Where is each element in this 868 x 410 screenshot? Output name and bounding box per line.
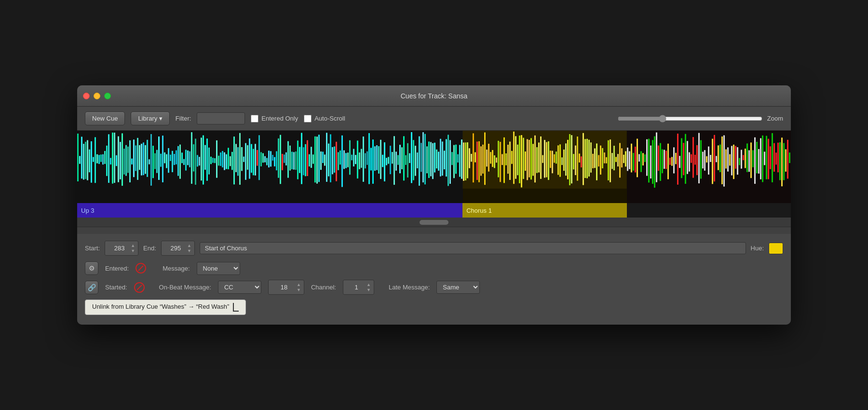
started-label: Started: bbox=[105, 284, 127, 291]
end-down-arrow[interactable]: ▼ bbox=[187, 248, 191, 253]
entered-only-label: Entered Only bbox=[261, 115, 298, 122]
main-window: Cues for Track: Sansa New Cue Library ▾ … bbox=[77, 85, 791, 325]
waveform-scrollbar[interactable] bbox=[77, 218, 791, 227]
tooltip-text: Unlink from Library Cue “Washes” → “Red … bbox=[92, 303, 229, 310]
minimize-button[interactable] bbox=[94, 93, 100, 99]
start-label: Start: bbox=[85, 245, 100, 252]
start-value: 283 bbox=[108, 245, 131, 252]
zoom-group: Zoom bbox=[618, 115, 783, 123]
end-spinbox[interactable]: 295 ▲ ▼ bbox=[161, 241, 195, 256]
auto-scroll-label: Auto-Scroll bbox=[314, 115, 345, 122]
end-value: 295 bbox=[164, 245, 187, 252]
close-button[interactable] bbox=[83, 93, 90, 99]
channel-value: 1 bbox=[346, 284, 366, 291]
details-panel: Start: 283 ▲ ▼ End: 295 ▲ ▼ Hue: bbox=[77, 234, 791, 325]
cue-up3[interactable]: Up 3 bbox=[77, 203, 462, 218]
cc-up-arrow[interactable]: ▲ bbox=[297, 282, 301, 287]
entered-only-group: Entered Only bbox=[251, 115, 298, 123]
filter-label: Filter: bbox=[176, 115, 191, 122]
start-up-arrow[interactable]: ▲ bbox=[131, 243, 135, 248]
scrollbar-thumb[interactable] bbox=[420, 220, 448, 225]
entered-label: Entered: bbox=[105, 265, 129, 272]
late-message-label: Late Message: bbox=[389, 284, 430, 291]
message-label: Message: bbox=[163, 265, 190, 272]
auto-scroll-group: Auto-Scroll bbox=[304, 115, 345, 123]
tooltip-box: Unlink from Library Cue “Washes” → “Red … bbox=[85, 300, 246, 315]
maximize-button[interactable] bbox=[104, 93, 111, 99]
details-row3: 🔗 Started: On-Beat Message: CC None Note… bbox=[85, 280, 783, 295]
start-arrows[interactable]: ▲ ▼ bbox=[131, 243, 135, 253]
end-label: End: bbox=[143, 245, 156, 252]
titlebar: Cues for Track: Sansa bbox=[77, 85, 791, 107]
on-beat-message-label: On-Beat Message: bbox=[159, 284, 211, 291]
waveform-canvas bbox=[77, 131, 791, 189]
cue-name-input[interactable] bbox=[200, 242, 746, 254]
start-down-arrow[interactable]: ▼ bbox=[131, 248, 135, 253]
entered-only-checkbox[interactable] bbox=[251, 115, 258, 123]
late-message-select[interactable]: Same None CC bbox=[436, 281, 480, 294]
link-button[interactable]: 🔗 bbox=[85, 281, 98, 294]
channel-down-arrow[interactable]: ▼ bbox=[366, 287, 371, 292]
zoom-label: Zoom bbox=[767, 115, 783, 122]
library-button[interactable]: Library ▾ bbox=[131, 111, 169, 125]
message-select[interactable]: None CC Note On Note Off bbox=[197, 262, 240, 275]
cc-down-arrow[interactable]: ▼ bbox=[297, 287, 301, 292]
link-icon: 🔗 bbox=[88, 284, 96, 291]
channel-up-arrow[interactable]: ▲ bbox=[366, 282, 371, 287]
cue-chorus1[interactable]: Chorus 1 bbox=[462, 203, 626, 218]
entered-no-icon[interactable] bbox=[136, 263, 146, 273]
new-cue-button[interactable]: New Cue bbox=[85, 111, 125, 125]
cc-arrows[interactable]: ▲ ▼ bbox=[297, 282, 301, 292]
toolbar: New Cue Library ▾ Filter: Entered Only A… bbox=[77, 107, 791, 131]
spacer bbox=[77, 227, 791, 234]
hue-color-swatch[interactable] bbox=[769, 243, 783, 254]
started-no-icon[interactable] bbox=[134, 282, 145, 293]
tooltip-row: Unlink from Library Cue “Washes” → “Red … bbox=[85, 297, 783, 315]
gear-button[interactable]: ⚙ bbox=[85, 261, 98, 275]
zoom-slider[interactable] bbox=[618, 115, 762, 123]
channel-label: Channel: bbox=[311, 284, 336, 291]
auto-scroll-checkbox[interactable] bbox=[304, 115, 312, 123]
channel-arrows[interactable]: ▲ ▼ bbox=[366, 282, 371, 292]
on-beat-message-select[interactable]: CC None Note On bbox=[218, 281, 261, 294]
waveform-section: Up 3 Chorus 1 bbox=[77, 131, 791, 227]
gear-icon: ⚙ bbox=[89, 264, 95, 272]
start-spinbox[interactable]: 283 ▲ ▼ bbox=[105, 241, 138, 256]
details-row2: ⚙ Entered: Message: None CC Note On Note… bbox=[85, 261, 783, 275]
hue-label: Hue: bbox=[751, 245, 764, 252]
end-up-arrow[interactable]: ▲ bbox=[187, 243, 191, 248]
details-row1: Start: 283 ▲ ▼ End: 295 ▲ ▼ Hue: bbox=[85, 241, 783, 256]
cursor-indicator bbox=[233, 303, 239, 312]
window-title: Cues for Track: Sansa bbox=[401, 92, 468, 100]
cc-value: 18 bbox=[271, 284, 297, 291]
cc-value-spinbox[interactable]: 18 ▲ ▼ bbox=[268, 280, 304, 295]
filter-input[interactable] bbox=[197, 112, 245, 124]
waveform-container[interactable]: Up 3 Chorus 1 bbox=[77, 131, 791, 218]
traffic-lights bbox=[83, 93, 111, 99]
end-arrows[interactable]: ▲ ▼ bbox=[187, 243, 191, 253]
channel-spinbox[interactable]: 1 ▲ ▼ bbox=[343, 280, 374, 295]
